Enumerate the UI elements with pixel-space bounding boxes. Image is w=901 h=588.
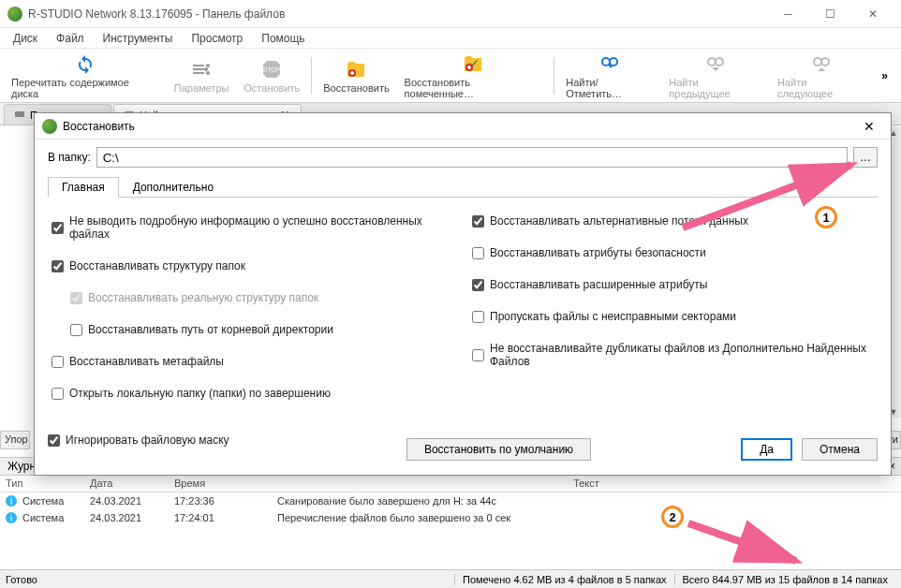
svg-point-8 bbox=[610, 58, 617, 66]
toolbar-find-next: Найти следующее bbox=[770, 49, 872, 102]
option-checkbox[interactable]: Восстанавливать структуру папок bbox=[52, 259, 453, 272]
menu-item[interactable]: Файл bbox=[49, 30, 92, 47]
recover-icon bbox=[345, 58, 367, 81]
toolbar-overflow[interactable]: » bbox=[872, 69, 897, 82]
dialog-tabstrip: ГлавнаяДополнительно bbox=[48, 175, 878, 198]
find-next-icon bbox=[810, 52, 833, 75]
info-icon: i bbox=[4, 493, 19, 508]
cancel-button[interactable]: Отмена bbox=[802, 438, 878, 461]
refresh-icon bbox=[74, 52, 96, 75]
option-checkbox[interactable]: Не выводить подробную информацию о успеш… bbox=[52, 214, 453, 241]
find-icon bbox=[598, 52, 621, 75]
close-button[interactable]: ✕ bbox=[851, 1, 894, 27]
log-header: Тип Дата Время Текст bbox=[0, 476, 901, 492]
svg-point-10 bbox=[708, 58, 716, 66]
browse-button[interactable]: … bbox=[853, 147, 878, 168]
path-label: В папку: bbox=[48, 151, 91, 164]
menu-item[interactable]: Диск bbox=[6, 30, 45, 47]
toolbar-find-prev: Найти предыдущее bbox=[661, 49, 770, 102]
params-icon bbox=[190, 58, 213, 81]
minimize-button[interactable]: ─ bbox=[767, 1, 809, 27]
stop-icon: STOP bbox=[260, 58, 283, 81]
svg-text:STOP: STOP bbox=[263, 66, 281, 73]
status-marked: Помечено 4.62 MB из 4 файлов в 5 папках bbox=[454, 574, 674, 585]
restore-defaults-button[interactable]: Восстановить по умолчанию bbox=[406, 438, 591, 461]
app-icon bbox=[7, 7, 22, 22]
svg-point-13 bbox=[821, 58, 829, 66]
option-checkbox[interactable]: Открыть локальную папку (папки) по завер… bbox=[52, 387, 453, 400]
toolbar-recover-marked[interactable]: Восстановить помеченные… bbox=[397, 49, 551, 102]
option-checkbox[interactable]: Не восстанавливайте дубликаты файлов из … bbox=[472, 342, 874, 368]
toolbar-recover[interactable]: Восстановить bbox=[316, 49, 396, 102]
menu-item[interactable]: Помощь bbox=[254, 30, 312, 47]
toolbar-find[interactable]: Найти/Отметить… bbox=[558, 49, 661, 102]
menu-item[interactable]: Просмотр bbox=[184, 30, 250, 47]
toolbar-stop: STOPОстановить bbox=[236, 49, 307, 102]
dialog-tab[interactable]: Главная bbox=[48, 177, 119, 198]
svg-text:i: i bbox=[10, 513, 12, 523]
maximize-button[interactable]: ☐ bbox=[809, 1, 851, 27]
callout-1: 1 bbox=[815, 206, 837, 228]
menu-item[interactable]: Инструменты bbox=[96, 30, 181, 47]
option-checkbox[interactable]: Восстанавливать атрибуты безопасности bbox=[472, 246, 874, 259]
svg-point-2 bbox=[206, 71, 210, 75]
toolbar-params: Параметры bbox=[167, 49, 237, 102]
option-checkbox[interactable]: Восстанавливать расширенные атрибуты bbox=[472, 278, 874, 291]
svg-point-15 bbox=[22, 113, 23, 115]
recover-dialog: Восстановить ✕ В папку: … ГлавнаяДополни… bbox=[34, 112, 892, 476]
option-checkbox[interactable]: Восстанавливать метафайлы bbox=[52, 355, 453, 368]
option-checkbox[interactable]: Восстанавливать альтернативные потоки да… bbox=[472, 214, 874, 228]
titlebar: R-STUDIO Network 8.13.176095 - Панель фа… bbox=[0, 0, 901, 28]
log-row: iСистема24.03.202117:24:01Перечисление ф… bbox=[0, 509, 901, 526]
callout-2: 2 bbox=[661, 506, 684, 528]
status-ready: Готово bbox=[6, 574, 454, 585]
svg-point-1 bbox=[204, 67, 208, 71]
find-prev-icon bbox=[704, 52, 727, 75]
window-title: R-STUDIO Network 8.13.176095 - Панель фа… bbox=[28, 7, 767, 21]
toolbar-refresh[interactable]: Перечитать содержимое диска bbox=[4, 49, 167, 102]
option-checkbox: Восстанавливать реальную структуру папок bbox=[70, 291, 453, 304]
statusbar: Готово Помечено 4.62 MB из 4 файлов в 5 … bbox=[0, 569, 901, 588]
dialog-titlebar: Восстановить ✕ bbox=[35, 113, 891, 140]
svg-point-12 bbox=[814, 58, 821, 66]
toolbar: Перечитать содержимое дискаПараметрыSTOP… bbox=[0, 49, 901, 103]
option-checkbox[interactable]: Пропускать файлы с неисправными секторам… bbox=[472, 310, 874, 323]
info-icon: i bbox=[4, 510, 19, 525]
menubar: ДискФайлИнструментыПросмотрПомощь bbox=[0, 28, 901, 49]
svg-text:i: i bbox=[10, 496, 12, 507]
ok-button[interactable]: Да bbox=[741, 438, 792, 461]
drive-icon bbox=[14, 109, 25, 122]
svg-point-0 bbox=[206, 64, 210, 67]
svg-point-7 bbox=[602, 58, 610, 66]
dialog-tab[interactable]: Дополнительно bbox=[119, 176, 228, 197]
recover-marked-icon bbox=[462, 52, 484, 75]
status-total: Всего 844.97 MB из 15 файлов в 14 папках bbox=[674, 574, 895, 585]
option-checkbox[interactable]: Восстанавливать путь от корневой директо… bbox=[70, 323, 453, 336]
clipped-label-left: Упор bbox=[0, 431, 30, 449]
dialog-title: Восстановить bbox=[63, 120, 135, 133]
svg-point-11 bbox=[716, 58, 723, 66]
log-row: iСистема24.03.202117:23:36Сканирование б… bbox=[0, 492, 901, 509]
ignore-mask-checkbox[interactable]: Игнорировать файловую маску bbox=[48, 434, 229, 447]
dialog-icon bbox=[42, 119, 57, 134]
dialog-close-button[interactable]: ✕ bbox=[855, 119, 883, 134]
path-input[interactable] bbox=[96, 147, 848, 168]
